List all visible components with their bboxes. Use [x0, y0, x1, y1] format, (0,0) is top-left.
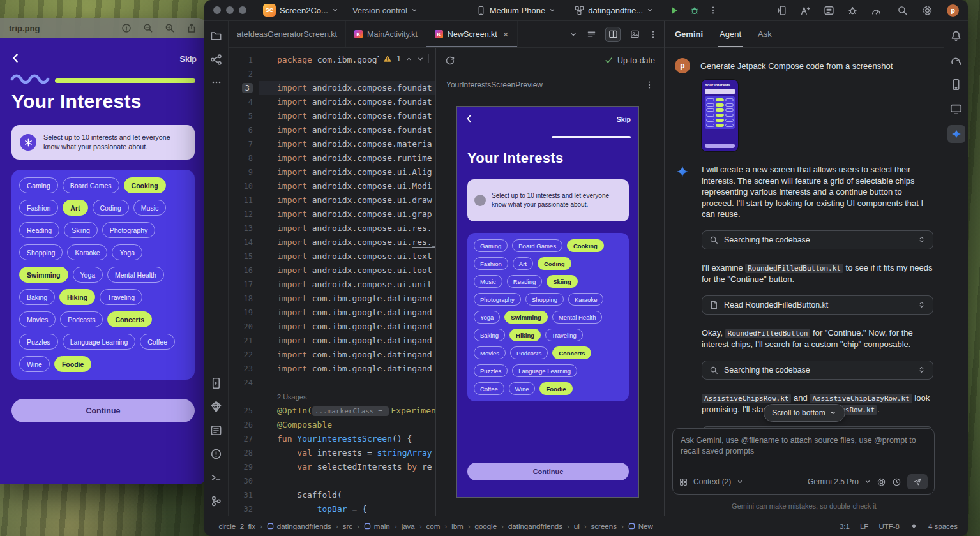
indent-indicator[interactable]: 4 spaces [928, 523, 958, 530]
tab-dateideasgeneratorscreen[interactable]: ateIdeasGeneratorScreen.kt [229, 21, 346, 47]
vcs-widget[interactable]: Version control [352, 6, 418, 15]
settings-gear-icon[interactable] [922, 5, 933, 16]
breadcrumb-item-src[interactable]: src [343, 523, 352, 530]
hidden-tabs-icon[interactable] [569, 31, 577, 38]
breadcrumb-item-java[interactable]: java [402, 523, 415, 530]
interest-chip-karaoke: Karaoke [568, 293, 603, 306]
tool-call-card[interactable]: Read RoundedFilledButton.kt [702, 295, 933, 315]
code-editor[interactable]: 1234567891011121314151617181920212223242… [229, 48, 435, 516]
send-button[interactable] [907, 474, 928, 489]
interest-chip-mental-health: Mental Health [107, 267, 164, 283]
usages-hint[interactable]: 2 Usages [277, 393, 306, 401]
prev-problem-icon[interactable] [405, 56, 412, 63]
editor-options-icon[interactable] [649, 30, 658, 39]
next-problem-icon[interactable] [417, 56, 424, 63]
ai-status-spark-icon[interactable] [910, 522, 918, 530]
running-devices-tool-icon[interactable] [950, 103, 962, 115]
tool-call-card[interactable]: Searching the codebase [702, 230, 933, 249]
tab-mainactivity[interactable]: K MainActivity.kt [346, 21, 426, 47]
profiler-icon[interactable] [871, 5, 882, 16]
device-manager-icon[interactable] [950, 78, 962, 91]
context-selector[interactable]: Context (2) [693, 477, 731, 486]
code-line: import androidx.compose.ui.Alig [259, 165, 435, 179]
app-inspection-icon[interactable] [847, 5, 858, 16]
breadcrumb-item-ui[interactable]: ui [574, 523, 580, 530]
running-devices-icon[interactable] [210, 377, 222, 389]
tab-newscreen[interactable]: K NewScreen.kt × [426, 21, 518, 47]
breadcrumb-item-com[interactable]: com [426, 523, 441, 530]
gemini-tool-button[interactable] [947, 125, 965, 143]
notifications-bell-icon[interactable] [950, 30, 962, 42]
model-selector[interactable]: Gemini 2.5 Pro [808, 477, 859, 486]
terminal-tool-icon[interactable] [210, 472, 222, 484]
window-minimize-button[interactable] [226, 6, 234, 14]
code-view-button[interactable] [584, 27, 599, 42]
zoom-in-icon[interactable] [165, 23, 175, 33]
design-view-button[interactable] [627, 27, 642, 42]
structure-tool-icon[interactable] [210, 54, 222, 66]
more-actions-icon[interactable] [709, 6, 718, 15]
gemini-prompt-input[interactable] [673, 429, 934, 465]
encoding-indicator[interactable]: UTF-8 [878, 523, 900, 530]
search-icon[interactable] [897, 5, 908, 16]
refresh-preview-icon[interactable] [445, 56, 455, 66]
code-content[interactable]: package com.ibm.googlimport androidx.com… [259, 53, 435, 516]
gradle-icon[interactable] [950, 54, 962, 66]
breadcrumb-separator: › [621, 523, 624, 530]
problems-tool-icon[interactable] [210, 448, 222, 460]
device-mirroring-icon[interactable] [776, 5, 787, 16]
tool-call-card[interactable]: Searching the codebase [702, 361, 933, 380]
breadcrumb-item-_circle_2_fix[interactable]: _circle_2_fix [215, 523, 255, 530]
debug-button[interactable] [690, 5, 700, 15]
line-number: 24 [229, 376, 259, 390]
share-icon[interactable] [186, 23, 197, 33]
line-number: 25 [229, 404, 259, 418]
close-tab-icon[interactable]: × [503, 29, 509, 39]
history-icon[interactable] [892, 477, 901, 487]
preview-options-icon[interactable] [645, 80, 654, 89]
run-button[interactable] [670, 6, 679, 15]
attachment-thumbnail[interactable]: Your Interests [702, 80, 738, 151]
line-ending-indicator[interactable]: LF [860, 523, 868, 530]
window-zoom-button[interactable] [239, 6, 246, 14]
context-grid-icon [679, 478, 688, 486]
gemini-settings-icon[interactable] [877, 477, 886, 487]
caret-position[interactable]: 3:1 [840, 523, 850, 530]
info-icon[interactable] [121, 23, 132, 33]
breadcrumb-item-main[interactable]: main [364, 523, 390, 530]
zoom-out-icon[interactable] [143, 23, 153, 33]
window-close-button[interactable] [213, 6, 221, 14]
project-selector[interactable]: SC Screen2Co... [263, 4, 338, 17]
user-avatar: p [675, 58, 690, 73]
logcat-icon[interactable] [824, 5, 834, 16]
run-configuration-selector[interactable]: datingandfrie... [575, 6, 653, 15]
project-tool-icon[interactable] [210, 30, 222, 42]
breadcrumb-item-ibm[interactable]: ibm [451, 523, 464, 530]
line-number: 13 [229, 221, 259, 235]
code-line: import androidx.compose.runtime [259, 151, 435, 165]
split-view-button[interactable] [605, 27, 621, 42]
expander-icon[interactable] [917, 366, 926, 374]
breadcrumb-item-screens[interactable]: screens [591, 523, 617, 530]
device-selector[interactable]: Medium Phone [476, 6, 555, 15]
interest-chip-row: PuzzlesLanguage Learning [474, 364, 622, 377]
tab-agent[interactable]: Agent [720, 21, 741, 47]
ai-actions-icon[interactable] [800, 5, 811, 16]
breadcrumb-item-google[interactable]: google [475, 523, 497, 530]
tab-ask[interactable]: Ask [758, 21, 772, 47]
breadcrumb-item-new[interactable]: New [628, 523, 653, 530]
assistant-text: Okay, RoundedFilledButton for "Continue.… [702, 327, 933, 350]
build-output-icon[interactable] [210, 424, 222, 436]
version-control-tool-icon[interactable] [210, 495, 222, 507]
breadcrumb-item-datingandfriends[interactable]: datingandfriends [267, 523, 331, 530]
expander-icon[interactable] [917, 235, 926, 244]
user-avatar[interactable]: p [947, 4, 959, 17]
check-icon [605, 56, 613, 64]
scroll-to-bottom-button[interactable]: Scroll to bottom [763, 404, 845, 422]
more-tools-icon[interactable] [211, 77, 222, 87]
expander-icon[interactable] [917, 301, 926, 309]
interest-chip-art: Art [513, 257, 533, 270]
interest-chip-traveling: Traveling [100, 289, 142, 305]
resource-manager-icon[interactable] [210, 401, 222, 413]
breadcrumb-item-datingandfriends[interactable]: datingandfriends [508, 523, 562, 530]
